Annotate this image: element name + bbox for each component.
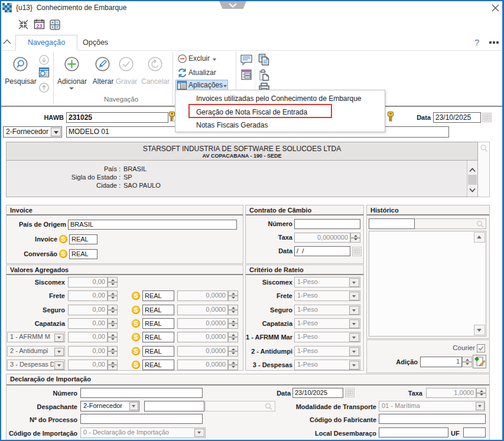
svg-text:S: S [134,334,138,341]
svg-text:S: S [134,306,138,313]
svg-text:23: 23 [36,22,43,29]
svg-text:S: S [134,348,138,355]
svg-text:S: S [61,250,65,257]
svg-text:S: S [134,320,138,327]
svg-text:S: S [61,236,65,243]
svg-text:S: S [134,361,138,368]
svg-text:S: S [134,292,138,299]
